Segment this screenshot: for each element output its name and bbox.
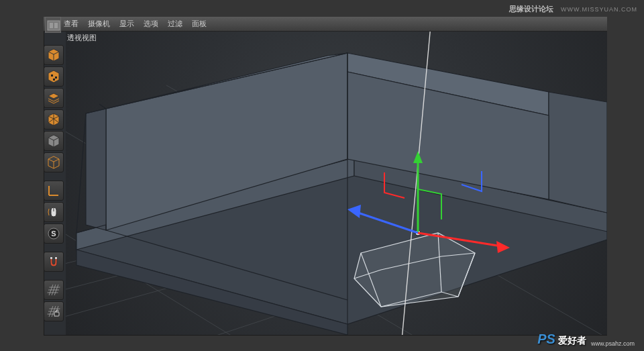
grid-icon[interactable] xyxy=(44,280,64,300)
svg-rect-2 xyxy=(54,23,58,28)
cube-wire-alt-icon[interactable] xyxy=(44,109,64,130)
svg-text:S: S xyxy=(51,230,56,238)
menu-camera[interactable]: 摄像机 xyxy=(88,19,110,29)
grid-lock-icon[interactable] xyxy=(44,301,64,321)
magnet-icon[interactable] xyxy=(44,252,64,272)
menu-panel[interactable]: 面板 xyxy=(192,19,207,29)
menu-options[interactable]: 选项 xyxy=(144,19,158,29)
svg-line-32 xyxy=(76,113,86,233)
svg-rect-0 xyxy=(48,21,60,30)
left-toolbar: S xyxy=(44,45,66,321)
svg-rect-4 xyxy=(55,77,57,79)
svg-rect-1 xyxy=(50,23,53,28)
svg-marker-26 xyxy=(86,109,106,230)
svg-rect-5 xyxy=(53,79,55,81)
svg-marker-29 xyxy=(549,92,607,213)
svg-line-31 xyxy=(99,104,106,109)
cube-solid-icon[interactable] xyxy=(44,45,64,65)
menu-display[interactable]: 显示 xyxy=(119,19,134,29)
menu-view[interactable]: 查看 xyxy=(64,19,78,29)
svg-rect-3 xyxy=(51,74,53,77)
svg-rect-12 xyxy=(54,312,59,316)
svg-rect-10 xyxy=(50,257,52,259)
3d-viewport[interactable] xyxy=(66,32,607,335)
viewport-label: 透视视图 xyxy=(67,33,97,43)
app-logo-icon xyxy=(45,17,61,33)
watermark-top-right: 思缘设计论坛 WWW.MISSYUAN.COM xyxy=(509,4,637,14)
menu-filter[interactable]: 过滤 xyxy=(168,19,182,29)
cube-checker-icon[interactable] xyxy=(44,66,64,87)
s-circle-icon[interactable]: S xyxy=(44,223,64,244)
watermark-bottom-right: PS 爱好者 www.psahz.com xyxy=(537,332,635,347)
cube-wire-icon[interactable] xyxy=(44,152,64,172)
cube-gray-icon[interactable] xyxy=(44,131,64,151)
viewport-menubar: 查看 摄像机 显示 选项 过滤 面板 xyxy=(44,17,607,32)
svg-rect-11 xyxy=(55,257,57,259)
mouse-icon[interactable] xyxy=(44,202,64,222)
layers-icon[interactable] xyxy=(44,88,64,108)
axis-icon[interactable] xyxy=(44,181,64,201)
